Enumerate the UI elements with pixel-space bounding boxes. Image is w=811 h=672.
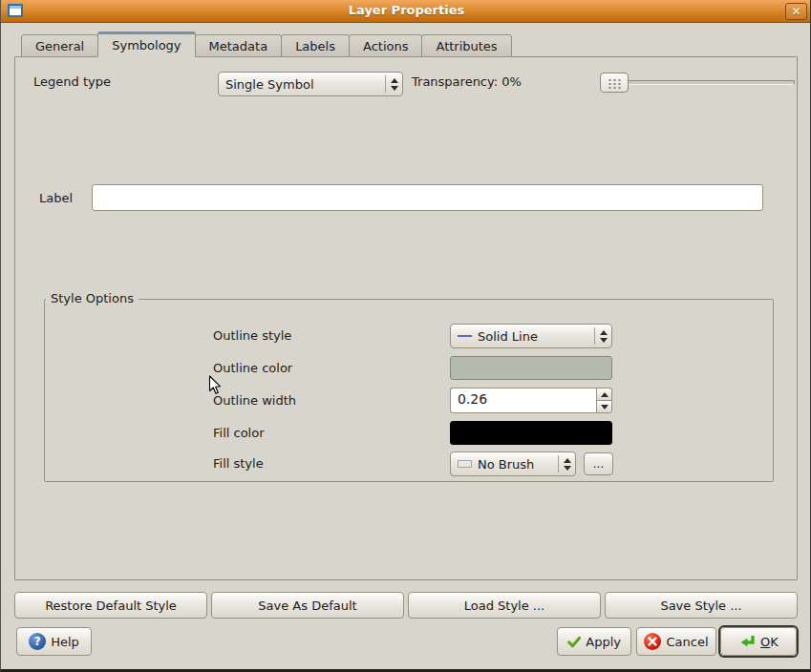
help-icon: ? [29, 633, 46, 650]
fill-style-more-button[interactable]: ... [584, 452, 613, 475]
grip-dots-icon [608, 78, 623, 89]
fill-color-button[interactable] [450, 421, 612, 445]
tab-symbology[interactable]: Symbology [97, 32, 195, 57]
outline-width-spinbox[interactable]: 0.26 [450, 388, 612, 413]
style-options-group: Style Options [44, 291, 774, 482]
close-button[interactable]: ✕ [785, 3, 807, 20]
label-label: Label [39, 191, 73, 205]
label-input[interactable] [92, 184, 763, 211]
titlebar[interactable]: Layer Properties ✕ [0, 0, 811, 23]
checkmark-icon [567, 635, 581, 649]
outline-style-value: Solid Line [478, 329, 594, 344]
tab-labels[interactable]: Labels [281, 34, 350, 57]
cancel-button[interactable]: Cancel [636, 627, 716, 656]
outline-width-label: Outline width [213, 393, 296, 408]
chevron-updown-icon [595, 330, 611, 343]
tab-actions[interactable]: Actions [349, 34, 423, 57]
legend-type-label: Legend type [33, 74, 111, 89]
slider-track[interactable] [602, 80, 795, 85]
fill-style-combobox[interactable]: No Brush [450, 452, 576, 476]
legend-type-combobox[interactable]: Single Symbol [218, 72, 403, 96]
spin-down-button[interactable] [596, 400, 612, 413]
outline-color-label: Outline color [213, 361, 292, 375]
tab-metadata[interactable]: Metadata [195, 34, 283, 57]
style-button-row: Restore Default Style Save As Default Lo… [14, 592, 798, 619]
chevron-updown-icon [559, 458, 575, 471]
load-style-button[interactable]: Load Style ... [408, 592, 601, 619]
layer-properties-dialog: Layer Properties ✕ General Symbology Met… [0, 0, 811, 672]
fill-style-value: No Brush [478, 457, 558, 472]
outline-style-label: Outline style [213, 328, 291, 343]
fill-style-label: Fill style [213, 456, 264, 471]
outline-style-combobox[interactable]: Solid Line [450, 324, 612, 348]
spin-up-button[interactable] [596, 388, 612, 400]
tab-general[interactable]: General [21, 34, 98, 57]
cancel-x-icon [644, 633, 661, 650]
slider-handle[interactable] [600, 73, 629, 93]
solid-line-icon [458, 335, 472, 337]
window-title: Layer Properties [0, 3, 811, 17]
style-options-title: Style Options [46, 291, 139, 305]
enter-arrow-icon [738, 634, 756, 649]
save-as-default-button[interactable]: Save As Default [211, 592, 404, 619]
mouse-cursor [208, 375, 223, 396]
legend-type-value: Single Symbol [225, 77, 385, 92]
transparency-slider[interactable] [600, 73, 797, 94]
close-icon: ✕ [791, 5, 800, 18]
tab-attributes[interactable]: Attributes [421, 34, 511, 57]
restore-default-style-button[interactable]: Restore Default Style [14, 592, 207, 619]
apply-button[interactable]: Apply [557, 627, 631, 656]
save-style-button[interactable]: Save Style ... [605, 592, 798, 619]
tab-bar: General Symbology Metadata Labels Action… [21, 32, 511, 57]
transparency-label: Transparency: 0% [412, 74, 522, 89]
ok-button[interactable]: OK [720, 627, 797, 656]
outline-width-value[interactable]: 0.26 [450, 388, 596, 413]
no-brush-icon [458, 460, 472, 468]
chevron-updown-icon [386, 78, 402, 91]
help-button[interactable]: ? Help [16, 627, 92, 656]
fill-color-label: Fill color [213, 426, 265, 440]
outline-color-button[interactable] [450, 356, 612, 380]
